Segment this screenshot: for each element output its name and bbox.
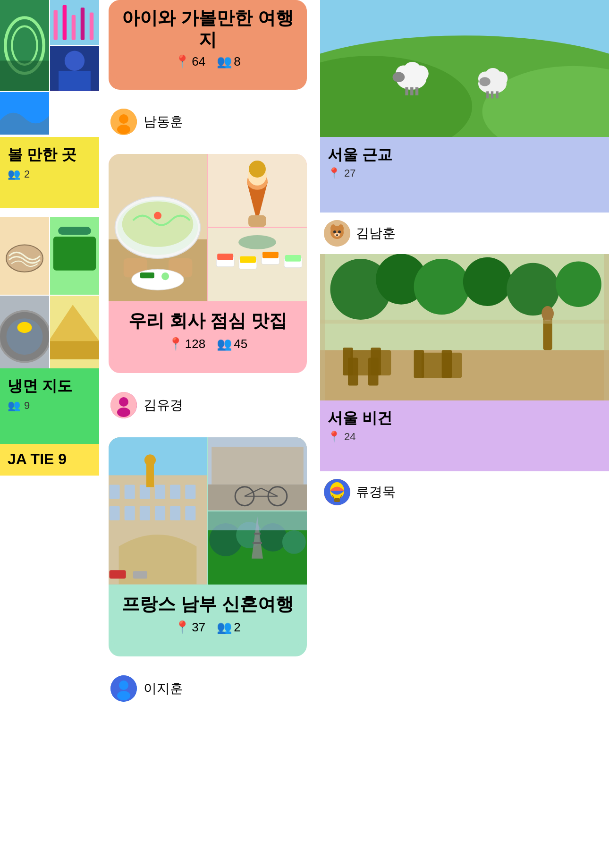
singapore-img-1 [0,0,49,91]
noodle-img-2 [50,217,99,295]
top-orange-people: 👥 8 [217,54,240,69]
svg-rect-52 [285,255,301,262]
food-img-sushi [208,228,307,301]
svg-rect-79 [208,485,307,511]
right-blue-meta: 📍 27 [328,167,601,179]
svg-rect-48 [240,256,256,263]
food-card-images [109,154,307,300]
left-green-card: 냉면 지도 👥 9 [0,368,99,444]
svg-rect-92 [253,542,262,544]
author-nam-row[interactable]: 남동훈 [109,101,307,143]
svg-rect-6 [63,5,67,40]
svg-point-122 [333,230,336,233]
avatar-ryu [324,479,350,505]
singapore-img-3 [50,46,99,91]
people-icon-2: 👥 [8,400,20,412]
svg-point-105 [412,66,428,82]
author-lee-name: 이지훈 [144,680,183,698]
left-yellow-title: 볼 만한 곳 [8,145,92,163]
svg-rect-115 [486,91,489,98]
left-column: 볼 만한 곳 👥 2 [0,0,99,721]
pin-icon-1: 📍 [175,54,190,69]
people-icon-5: 👥 [217,620,232,635]
svg-point-26 [119,114,128,124]
right-column: 서울 근교 📍 27 [316,0,609,721]
svg-rect-3 [0,60,49,91]
left-noodle-images [0,217,99,368]
svg-point-53 [238,235,276,249]
svg-rect-68 [140,506,150,520]
author-kim-n-name: 김남훈 [356,224,396,242]
top-orange-pin: 📍 64 [175,54,205,69]
svg-rect-43 [248,215,266,227]
svg-point-38 [161,272,169,280]
svg-rect-64 [170,485,180,499]
noodle-img-4 [50,296,99,368]
svg-rect-108 [415,87,418,95]
svg-rect-91 [254,533,261,535]
svg-rect-37 [140,272,154,278]
france-places: 37 [192,620,205,635]
food-img-icecream [208,154,307,227]
svg-rect-75 [133,571,147,579]
left-green-title: 냉면 지도 [8,377,92,395]
svg-rect-141 [414,350,424,378]
avatar-lee [110,675,137,702]
svg-point-33 [154,212,161,220]
avatar-kim-n [324,220,350,247]
france-card[interactable]: 프랑스 남부 신혼여행 📍 37 👥 2 [109,437,307,656]
svg-rect-18 [58,227,91,235]
jatie-title: JA TIE 9 [8,451,92,468]
singapore-img-4 [0,92,49,137]
svg-rect-142 [442,350,452,378]
svg-rect-7 [72,15,76,40]
svg-rect-65 [185,485,195,499]
svg-rect-71 [185,506,195,520]
top-orange-title-area: 아이와 가볼만한 여행지 📍 64 👥 8 [109,0,307,78]
svg-point-36 [132,269,184,290]
svg-point-55 [119,397,128,407]
svg-rect-8 [81,8,85,40]
france-card-title: 프랑스 남부 신혼여행 [118,592,297,616]
author-kim-n-row[interactable]: 김남훈 [320,213,609,254]
right-blue-title: 서울 근교 [328,145,601,163]
food-places: 128 [185,337,205,351]
top-orange-followers: 8 [234,54,240,69]
right-purple-card: 서울 비건 📍 24 [320,400,609,471]
food-card[interactable]: 우리 회사 점심 맛집 📍 128 👥 45 [109,154,307,373]
people-icon-4: 👥 [217,337,232,351]
france-card-title-area: 프랑스 남부 신혼여행 📍 37 👥 2 [109,584,307,645]
svg-point-125 [336,234,338,236]
singapore-img-2 [50,0,99,45]
svg-rect-24 [50,341,99,359]
svg-rect-60 [110,485,120,499]
france-people: 👥 2 [217,620,240,635]
svg-rect-74 [110,570,126,579]
author-lee-row[interactable]: 이지훈 [109,668,307,709]
svg-rect-146 [604,254,609,400]
right-blue-card: 서울 근교 📍 27 [320,137,609,213]
right-purple-meta: 📍 24 [328,431,601,443]
author-nam-name: 남동훈 [144,113,183,131]
svg-point-109 [393,72,405,82]
bottom-left-yellow: JA TIE 9 [0,444,99,476]
svg-point-56 [117,408,130,417]
svg-point-42 [249,161,266,178]
svg-point-130 [414,259,470,315]
left-yellow-card: 볼 만한 곳 👥 2 [0,137,99,208]
top-orange-card[interactable]: 아이와 가볼만한 여행지 📍 64 👥 8 [109,0,307,90]
svg-rect-67 [125,506,135,520]
right-interior-image [320,254,609,400]
svg-rect-139 [368,357,378,385]
right-purple-title: 서울 비건 [328,409,601,427]
svg-rect-5 [54,10,58,40]
svg-point-22 [17,322,32,333]
center-column: 아이와 가볼만한 여행지 📍 64 👥 8 [99,0,316,721]
svg-rect-61 [125,485,135,499]
france-img-eiffel [208,511,307,585]
author-kim-y-row[interactable]: 김유경 [109,384,307,426]
left-top-images [0,0,99,137]
author-ryu-row[interactable]: 류경묵 [320,471,609,513]
svg-rect-147 [320,320,609,324]
svg-rect-12 [59,71,91,91]
